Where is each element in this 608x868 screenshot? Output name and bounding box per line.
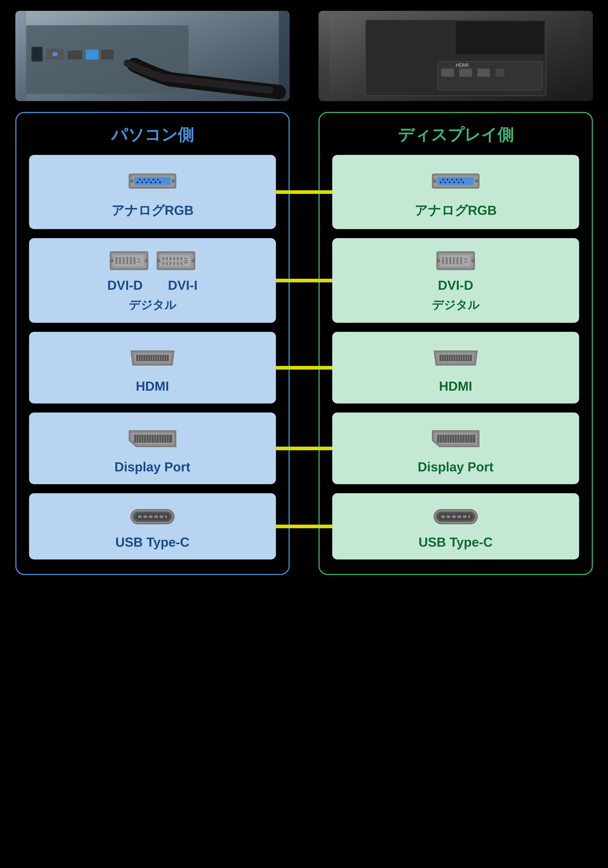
top-photos: HDMI	[15, 11, 593, 101]
svg-point-117	[440, 181, 442, 183]
monitor-photo: HDMI	[319, 11, 593, 101]
svg-point-116	[460, 179, 462, 181]
svg-rect-43	[137, 259, 141, 260]
vga-label-right: アナログRGB	[415, 202, 497, 219]
svg-rect-133	[460, 257, 462, 264]
svg-point-115	[456, 179, 458, 181]
dp-label-right: Display Port	[418, 459, 494, 474]
port-box-dp-right: Display Port	[332, 412, 579, 484]
svg-rect-42	[133, 257, 135, 264]
svg-rect-176	[452, 515, 456, 518]
svg-point-29	[150, 181, 152, 183]
svg-rect-107	[160, 515, 163, 518]
svg-rect-61	[181, 262, 182, 265]
svg-rect-131	[453, 257, 455, 264]
svg-rect-3	[32, 48, 42, 60]
dvi-sub-right: デジタル	[432, 297, 480, 313]
hdmi-label-right: HDMI	[439, 379, 472, 394]
svg-rect-36	[114, 255, 144, 266]
port-box-dvi-left: DVI-D DVI-I デジタル	[29, 238, 276, 323]
page: HDMI パソコン側	[15, 11, 593, 575]
svg-rect-6	[68, 51, 82, 60]
port-box-vga-left: アナログRGB	[29, 155, 276, 229]
svg-point-136	[437, 259, 440, 262]
svg-rect-111	[438, 177, 474, 185]
svg-point-22	[144, 179, 145, 181]
svg-point-28	[145, 181, 147, 183]
svg-rect-175	[447, 515, 450, 518]
port-box-hdmi-right: HDMI	[332, 332, 579, 403]
dvi-d-icon-right	[436, 248, 475, 273]
svg-point-112	[442, 179, 444, 181]
svg-rect-41	[130, 257, 132, 264]
svg-rect-53	[173, 257, 175, 260]
port-box-dp-left: Display Port	[29, 412, 276, 484]
usbc-label-right: USB Type-C	[419, 535, 493, 550]
svg-rect-54	[177, 257, 179, 260]
svg-rect-64	[184, 262, 188, 263]
svg-point-26	[137, 181, 138, 183]
usbc-label-left: USB Type-C	[115, 535, 189, 550]
svg-rect-108	[165, 515, 167, 518]
svg-rect-11	[456, 22, 544, 54]
svg-rect-132	[456, 257, 458, 264]
hdmi-label-left: HDMI	[136, 379, 169, 394]
svg-point-27	[141, 181, 143, 183]
yellow-connector-line-4	[276, 525, 332, 528]
svg-rect-104	[144, 515, 147, 518]
port-box-usbc-right: USB Type-C	[332, 493, 579, 560]
port-box-dvi-right: DVI-D デジタル	[332, 238, 579, 323]
svg-point-118	[444, 181, 446, 183]
svg-point-45	[111, 259, 113, 262]
left-column: パソコン側	[15, 112, 290, 575]
hdmi-icon-right	[429, 342, 483, 374]
svg-point-137	[472, 259, 474, 262]
svg-rect-16	[477, 68, 490, 77]
vga-icon-left	[125, 165, 179, 197]
svg-point-25	[157, 179, 159, 181]
svg-rect-44	[137, 261, 141, 262]
svg-point-65	[158, 259, 160, 262]
svg-rect-37	[116, 257, 117, 264]
svg-rect-178	[463, 515, 467, 518]
svg-rect-57	[166, 262, 168, 265]
svg-rect-177	[458, 515, 461, 518]
dvi-i-icon-left	[156, 248, 196, 273]
svg-rect-38	[119, 257, 121, 264]
dp-icon-right	[429, 422, 483, 455]
svg-point-5	[53, 52, 58, 56]
dp-icon-left	[125, 422, 179, 455]
yellow-connector-line-1	[276, 279, 332, 282]
svg-rect-174	[441, 515, 445, 518]
svg-point-32	[130, 180, 133, 183]
svg-rect-17	[495, 68, 504, 77]
hdmi-icon-left	[125, 342, 179, 374]
svg-point-123	[433, 180, 436, 183]
svg-point-122	[463, 181, 464, 183]
vga-icon-right	[429, 165, 483, 197]
svg-rect-129	[446, 257, 447, 264]
svg-rect-14	[441, 68, 454, 77]
svg-rect-106	[154, 515, 158, 518]
svg-point-30	[155, 181, 156, 183]
right-column: ディスプレイ側	[319, 112, 593, 575]
port-box-hdmi-left: HDMI	[29, 332, 276, 403]
yellow-connector-line-3	[276, 446, 332, 450]
laptop-photo	[15, 11, 290, 101]
svg-point-113	[447, 179, 449, 181]
svg-rect-128	[442, 257, 444, 264]
right-column-title: ディスプレイ側	[332, 124, 579, 146]
usbc-icon-left	[125, 503, 179, 530]
svg-point-33	[172, 180, 175, 183]
svg-point-31	[159, 181, 161, 183]
yellow-connector-line-0	[276, 190, 332, 194]
dvi-i-label-left: DVI-I	[168, 278, 197, 293]
svg-rect-50	[162, 257, 164, 260]
svg-rect-15	[459, 68, 472, 77]
svg-point-119	[449, 181, 451, 183]
svg-point-21	[139, 179, 141, 181]
svg-point-23	[148, 179, 150, 181]
dvi-d-label-left: DVI-D	[107, 278, 142, 293]
svg-rect-55	[181, 257, 182, 260]
svg-rect-56	[162, 262, 164, 265]
